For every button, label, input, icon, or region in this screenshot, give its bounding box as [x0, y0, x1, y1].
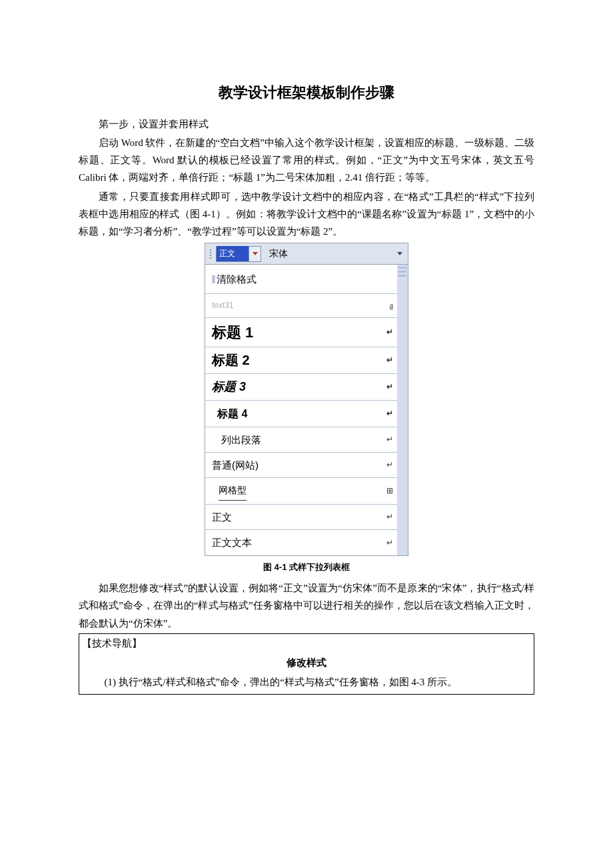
- tech-guide-title: 修改样式: [79, 653, 534, 673]
- style-item-heading-2[interactable]: 标题 2 ↵: [205, 347, 397, 374]
- paragraph-mark-icon: ↵: [386, 353, 393, 367]
- style-item-label: text31: [212, 299, 234, 313]
- figure-4-1: 正文 宋体 清除格式 text31 a 标题 1 ↵ 标题 2 ↵ 标题 3 ↵: [205, 243, 408, 556]
- paragraph-mark-icon: ↵: [386, 433, 393, 447]
- table-grid-icon: ⊞: [386, 484, 393, 498]
- font-dropdown-triangle-icon[interactable]: [397, 252, 402, 255]
- style-item-label: 标题 4: [217, 405, 247, 423]
- style-item-label: 列出段落: [221, 431, 261, 449]
- style-item-heading-4[interactable]: 标题 4 ↵: [205, 401, 397, 427]
- figure-caption: 图 4-1 式样下拉列表框: [79, 560, 534, 575]
- style-combo[interactable]: 正文: [216, 246, 261, 262]
- style-item-list-paragraph[interactable]: 列出段落 ↵: [205, 427, 397, 453]
- char-style-icon: a: [390, 299, 393, 313]
- paragraph-mark-icon: ↵: [386, 536, 393, 550]
- style-item-heading-3[interactable]: 标题 3 ↵: [205, 374, 397, 401]
- dropdown-triangle-icon: [253, 252, 258, 255]
- paragraph-mark-icon: ↵: [386, 458, 393, 472]
- paragraph-1: 启动 Word 软件，在新建的“空白文档”中输入这个教学设计框架，设置相应的标题…: [79, 134, 534, 187]
- paragraph-mark-icon: ↵: [386, 380, 393, 394]
- step-1-label: 第一步，设置并套用样式: [79, 115, 534, 133]
- paragraph-mark-icon: ↵: [386, 407, 393, 421]
- style-item-label: 网格型: [219, 482, 247, 501]
- style-item-normal-web[interactable]: 普通(网站) ↵: [205, 453, 397, 478]
- style-item-label: 普通(网站): [212, 457, 259, 474]
- paragraph-mark-icon: ↵: [386, 510, 393, 524]
- style-combo-dropdown-button[interactable]: [249, 247, 261, 261]
- paragraph-mark-icon: ↵: [386, 325, 393, 339]
- tech-guide-header: 【技术导航】: [79, 634, 534, 653]
- tech-guide-box: 【技术导航】 修改样式 (1) 执行“格式/样式和格式”命令，弹出的“样式与格式…: [79, 633, 534, 695]
- document-title: 教学设计框架模板制作步骤: [79, 80, 534, 106]
- style-dropdown-list: 清除格式 text31 a 标题 1 ↵ 标题 2 ↵ 标题 3 ↵ 标题 4 …: [205, 265, 408, 555]
- style-item-label: 正文文本: [212, 534, 252, 551]
- font-combo-label[interactable]: 宋体: [269, 246, 288, 263]
- style-item-table-grid[interactable]: 网格型 ⊞: [205, 478, 397, 505]
- style-item-heading-1[interactable]: 标题 1 ↵: [205, 318, 397, 347]
- style-item-body-text[interactable]: 正文文本 ↵: [205, 530, 397, 555]
- style-item-clear-format[interactable]: 清除格式: [205, 265, 397, 294]
- style-item-label: 清除格式: [217, 271, 393, 288]
- tech-guide-step-1: (1) 执行“格式/样式和格式”命令，弹出的“样式与格式”任务窗格，如图 4-3…: [79, 673, 534, 693]
- paragraph-2: 通常，只要直接套用样式即可，选中教学设计文档中的相应内容，在“格式”工具栏的“样…: [79, 188, 534, 241]
- style-item-label: 标题 3: [212, 377, 246, 398]
- style-item-text31[interactable]: text31 a: [205, 294, 397, 318]
- style-combo-value: 正文: [217, 246, 249, 261]
- style-item-label: 标题 1: [212, 320, 253, 346]
- style-item-label: 正文: [212, 509, 232, 526]
- style-item-normal[interactable]: 正文 ↵: [205, 505, 397, 530]
- style-item-label: 标题 2: [212, 349, 250, 372]
- style-toolbar: 正文 宋体: [205, 243, 408, 265]
- toolbar-grip-icon: [207, 243, 214, 264]
- paragraph-3: 如果您想修改“样式”的默认设置，例如将“正文”设置为“仿宋体”而不是原来的“宋体…: [79, 579, 534, 632]
